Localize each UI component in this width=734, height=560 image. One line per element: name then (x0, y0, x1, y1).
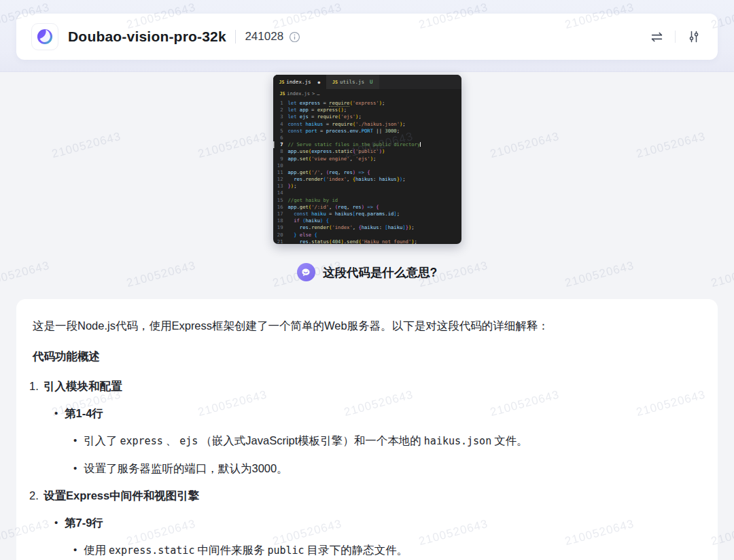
answer-list-item: •设置了服务器监听的端口，默认为3000。 (33, 460, 701, 476)
assistant-answer-card: 这是一段Node.js代码，使用Express框架创建了一个简单的Web服务器。… (16, 299, 718, 560)
answer-list-item: •第7-9行 (33, 514, 701, 531)
doubao-logo-icon (35, 27, 54, 46)
tab-utils-js: JS utils.js U (326, 75, 379, 89)
unsaved-dot-icon: ● (317, 80, 320, 84)
tab-index-js: JS index.js ● (273, 75, 327, 89)
code-line: 6 (273, 135, 461, 141)
breadcrumb-sep: > (312, 91, 315, 97)
swap-icon[interactable] (648, 28, 665, 46)
code-line: 21 res.status(404).send('Haiku not found… (273, 239, 461, 244)
code-line: 15//get haiku by id (273, 197, 461, 204)
text-cursor (420, 142, 421, 147)
actions-divider (675, 31, 676, 43)
code-line: 20 } else { (273, 232, 461, 239)
code-line: 5const port = process.env.PORT || 3000; (273, 128, 461, 135)
code-line: 18 if (haiku) { (273, 217, 461, 224)
user-question-text: 这段代码是什么意思? (323, 264, 437, 281)
title-divider (235, 30, 237, 43)
tab-label: utils.js (340, 79, 364, 85)
user-question-row: 这段代码是什么意思? (0, 263, 734, 281)
js-file-icon: JS (332, 80, 338, 85)
code-line: 12 res.render('index', {haikus: haikus})… (273, 176, 461, 183)
modified-badge: U (370, 79, 373, 85)
answer-list-item: •引入了express、ejs（嵌入式JavaScript模板引擎）和一个本地的… (33, 432, 701, 449)
code-line: 14 (273, 190, 461, 196)
breadcrumb-file: index.js (287, 91, 310, 97)
user-avatar (297, 263, 315, 281)
answer-heading: 代码功能概述 (33, 348, 701, 364)
code-line: 2let app = express(); (273, 107, 461, 113)
sliders-icon[interactable] (685, 28, 703, 46)
model-name: Doubao-vision-pro-32k (68, 29, 226, 45)
model-header-card: Doubao-vision-pro-32k 241028 (16, 14, 718, 60)
code-line: 1let express = require('express'); (273, 100, 461, 107)
chat-bubble-icon (300, 267, 311, 278)
code-line: 4const haikus = require('./haikus.json')… (273, 121, 461, 128)
code-line: 17 const haiku = haikus[req.params.id]; (273, 211, 461, 217)
editor-tabbar: JS index.js ● JS utils.js U (273, 75, 461, 89)
code-line: 19 res.render('index', {haikus: [haiku]}… (273, 224, 461, 231)
doubao-logo (31, 23, 58, 50)
answer-list-item: •使用express.static中间件来服务public目录下的静态文件。 (33, 542, 701, 559)
code-editor-lines: 1let express = require('express');2let a… (273, 99, 461, 244)
code-line: 16app.get('/:id', (req, res) => { (273, 204, 461, 211)
answer-list-item: 2.设置Express中间件和视图引擎 (33, 487, 701, 504)
answer-list-item: •第1-4行 (33, 405, 701, 421)
info-icon[interactable] (289, 31, 300, 43)
tab-label: index.js (286, 79, 311, 85)
model-version: 241028 (245, 30, 283, 43)
js-file-icon: JS (279, 80, 285, 85)
code-line: 3let ejs = require('ejs'); (273, 113, 461, 120)
answer-paragraph: 这是一段Node.js代码，使用Express框架创建了一个简单的Web服务器。… (33, 317, 701, 334)
code-line: 10 (273, 162, 461, 169)
code-line: 9app.set('view engine', 'ejs'); (273, 156, 461, 162)
code-line: 11app.get('/', (req, res) => { (273, 169, 461, 176)
code-line: 7// Serve static files in the public dir… (273, 141, 461, 148)
editor-breadcrumb: JS index.js > … (273, 89, 461, 99)
code-line: 13}); (273, 183, 461, 190)
model-header-bar: Doubao-vision-pro-32k 241028 (0, 0, 734, 72)
code-screenshot: JS index.js ● JS utils.js U JS index.js … (273, 75, 461, 244)
code-line: 8app.use(express.static('public')) (273, 148, 461, 155)
header-actions (648, 28, 703, 46)
chat-content: JS index.js ● JS utils.js U JS index.js … (0, 72, 734, 560)
js-file-icon: JS (280, 91, 285, 97)
breadcrumb-more: … (317, 91, 319, 97)
answer-blocks: 这是一段Node.js代码，使用Express框架创建了一个简单的Web服务器。… (33, 317, 701, 559)
answer-list-item: 1.引入模块和配置 (33, 378, 701, 394)
